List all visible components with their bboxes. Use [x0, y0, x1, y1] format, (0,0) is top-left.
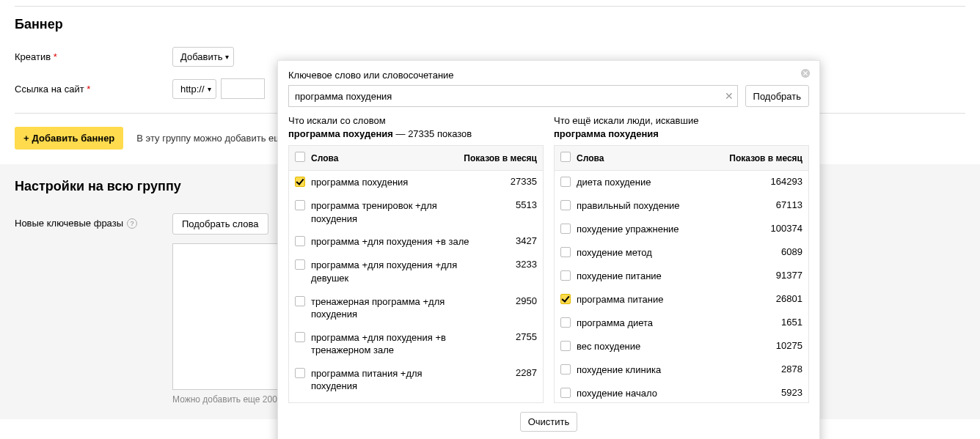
table-row[interactable]: программа диета1651: [555, 311, 808, 335]
help-icon[interactable]: ?: [127, 218, 137, 229]
row-checkbox[interactable]: [295, 200, 305, 210]
row-count: 2950: [475, 295, 537, 306]
row-count: 2287: [475, 367, 537, 378]
row-word: диета похудение: [574, 176, 741, 189]
row-word: похудение клиника: [574, 364, 741, 377]
table-row[interactable]: программа +для похудения +для девушек323…: [289, 254, 543, 289]
modal-label: Ключевое слово или словосочетание: [288, 70, 809, 81]
close-icon[interactable]: [799, 67, 812, 80]
row-checkbox[interactable]: [560, 317, 571, 328]
row-checkbox[interactable]: [295, 177, 305, 187]
keywords-label: Новые ключевые фразы ?: [15, 213, 172, 229]
row-checkbox[interactable]: [560, 224, 571, 234]
table-row[interactable]: похудение метод6089: [555, 241, 808, 265]
banner-heading: Баннер: [15, 17, 965, 32]
row-word: программа +для похудения +в тренажерном …: [308, 331, 475, 357]
keyword-picker-modal: Ключевое слово или словосочетание ✕ Подо…: [277, 60, 820, 439]
row-checkbox[interactable]: [295, 368, 305, 378]
row-count: 5923: [741, 387, 802, 398]
row-checkbox[interactable]: [295, 236, 305, 246]
chevron-down-icon: ▾: [225, 53, 229, 61]
creative-label: Креатив *: [15, 51, 172, 62]
row-word: похудение метод: [574, 246, 741, 259]
row-checkbox[interactable]: [560, 270, 571, 281]
row-word: тренажерная программа +для похудения: [308, 295, 475, 321]
row-count: 26801: [741, 293, 802, 304]
table-row[interactable]: программа питание26801: [555, 288, 808, 311]
table-row[interactable]: программа тренировок +для похудения5513: [289, 194, 543, 230]
table-row[interactable]: программа питания +для похудения2287: [289, 362, 543, 398]
row-count: 91377: [741, 270, 802, 281]
table-row[interactable]: программа похудения27335: [289, 171, 543, 194]
right-column: Что ещё искали люди, искавшие программа …: [554, 114, 809, 403]
left-column: Что искали со словом программа похудения…: [288, 114, 544, 403]
row-checkbox[interactable]: [560, 200, 571, 210]
row-checkbox[interactable]: [560, 177, 571, 187]
row-word: программа питание: [574, 293, 741, 306]
row-word: программа похудения: [308, 176, 475, 189]
table-row[interactable]: похудение начало5923: [555, 382, 808, 402]
table-header: Слова Показов в месяц: [289, 146, 543, 171]
row-count: 6089: [741, 246, 802, 257]
site-label: Ссылка на сайт *: [15, 84, 172, 95]
col-count-header: Показов в месяц: [460, 153, 537, 163]
row-checkbox[interactable]: [295, 332, 305, 342]
table-header: Слова Показов в месяц: [555, 146, 808, 171]
row-checkbox[interactable]: [560, 247, 571, 257]
row-word: похудение упражнение: [574, 223, 741, 236]
right-column-title: Что ещё искали люди, искавшие программа …: [554, 114, 809, 141]
row-word: программа питания +для похудения: [308, 367, 475, 393]
row-word: вес похудение: [574, 340, 741, 353]
row-checkbox[interactable]: [295, 259, 305, 270]
chevron-down-icon: ▾: [208, 85, 211, 93]
add-banner-button[interactable]: +Добавить баннер: [15, 127, 123, 150]
left-column-title: Что искали со словом программа похудения…: [288, 114, 544, 141]
table-row[interactable]: похудение питание91377: [555, 265, 808, 288]
row-word: программа +для похудения +для девушек: [308, 259, 475, 284]
plus-icon: +: [23, 133, 29, 144]
table-row[interactable]: программа +для похудения +в тренажерном …: [289, 326, 543, 362]
col-word-header: Слова: [308, 153, 460, 163]
row-count: 67113: [741, 199, 802, 210]
row-word: программа тренировок +для похудения: [308, 199, 475, 225]
row-checkbox[interactable]: [560, 364, 571, 375]
row-count: 3427: [475, 235, 537, 246]
clear-button[interactable]: Очистить: [520, 412, 578, 432]
pick-words-button[interactable]: Подобрать слова: [172, 213, 268, 235]
site-url-input[interactable]: [221, 78, 265, 99]
protocol-select[interactable]: http://▾: [172, 79, 216, 99]
row-word: похудение питание: [574, 270, 741, 283]
left-table-body[interactable]: программа похудения27335программа тренир…: [289, 171, 543, 402]
table-row[interactable]: вес похудение10275: [555, 335, 808, 358]
table-row[interactable]: программа +для похудения +в зале3427: [289, 230, 543, 254]
keyword-input[interactable]: [288, 85, 738, 107]
row-count: 5513: [475, 199, 537, 210]
col-word-header: Слова: [574, 153, 725, 163]
row-count: 27335: [475, 176, 537, 187]
row-word: программа +для похудения +в зале: [308, 235, 475, 248]
required-mark: *: [87, 84, 90, 95]
row-checkbox[interactable]: [560, 341, 571, 351]
select-all-checkbox[interactable]: [295, 152, 305, 162]
table-row[interactable]: правильный похудение67113: [555, 194, 808, 218]
row-count: 164293: [741, 176, 802, 187]
row-checkbox[interactable]: [560, 388, 571, 398]
select-all-checkbox[interactable]: [560, 152, 571, 162]
table-row[interactable]: похудение клиника2878: [555, 358, 808, 382]
table-row[interactable]: похудение упражнение100374: [555, 218, 808, 241]
clear-input-icon[interactable]: ✕: [725, 90, 734, 102]
row-count: 10275: [741, 340, 802, 351]
table-row[interactable]: тренажерная программа +для похудения2950: [289, 290, 543, 326]
table-row[interactable]: программа тренировок +в зале2190: [289, 398, 543, 403]
search-button[interactable]: Подобрать: [745, 85, 809, 107]
add-creative-button[interactable]: Добавить▾: [172, 47, 234, 67]
row-count: 2755: [475, 331, 537, 342]
right-table-body[interactable]: диета похудение164293правильный похудени…: [555, 171, 808, 402]
table-row[interactable]: диета похудение164293: [555, 171, 808, 194]
row-count: 2878: [741, 364, 802, 375]
divider: [15, 6, 965, 7]
row-word: программа диета: [574, 317, 741, 330]
row-checkbox[interactable]: [560, 294, 571, 304]
row-checkbox[interactable]: [295, 296, 305, 306]
row-word: правильный похудение: [574, 199, 741, 213]
